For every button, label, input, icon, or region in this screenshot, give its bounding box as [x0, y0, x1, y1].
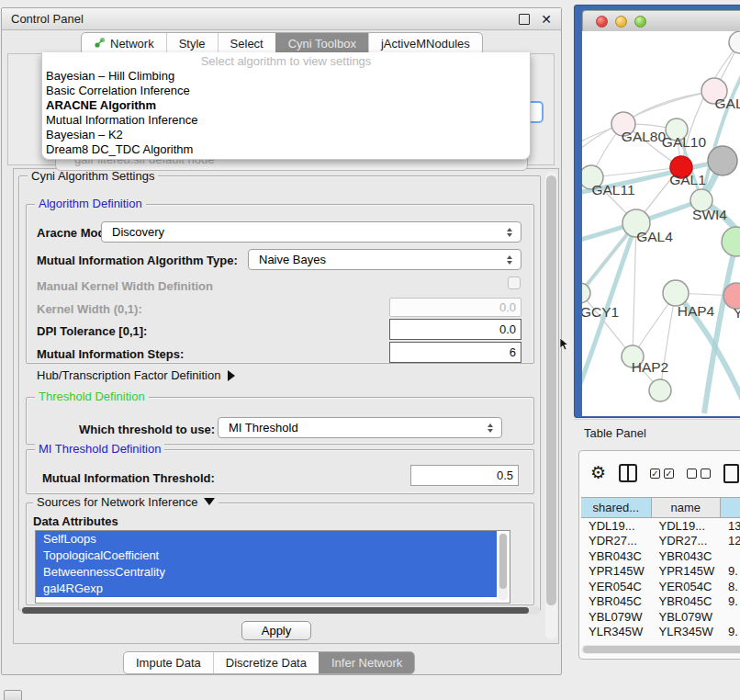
data-attributes-list[interactable]: SelfLoopsTopologicalCoefficientBetweenne…	[35, 530, 510, 604]
mi-threshold-field[interactable]: 0.5	[410, 465, 519, 486]
columns-icon[interactable]	[619, 464, 637, 482]
table-cell: YIL052C	[652, 640, 722, 643]
tab-infer-network[interactable]: Infer Network	[319, 652, 414, 673]
mi-algorithm-type-label: Mutual Information Algorithm Type:	[37, 254, 238, 267]
tab-jactivemnodules[interactable]: jActiveMNodules	[368, 33, 482, 54]
table-cell: YBR045C	[652, 594, 722, 608]
table-row[interactable]: YDL19...YDL19...13	[581, 518, 740, 534]
attribute-item-betweennesscentrality[interactable]: BetweennessCentrality	[36, 564, 497, 581]
table-horizontal-scrollbar[interactable]	[581, 645, 740, 654]
column-header-name[interactable]: name	[652, 497, 722, 518]
table-row[interactable]: YBR043CYBR043C	[581, 548, 740, 564]
algorithm-option-dream8-dc-tdc-algorithm[interactable]: Dream8 DC_TDC Algorithm	[42, 142, 530, 157]
network-node[interactable]	[708, 146, 737, 175]
algorithm-option-aracne-algorithm[interactable]: ARACNE Algorithm	[42, 98, 530, 113]
tab-label: Cyni Toolbox	[288, 37, 356, 51]
network-icon	[94, 37, 106, 51]
settings-horizontal-scrollbar[interactable]	[20, 606, 540, 615]
mi-algorithm-type-combo[interactable]: Naive Bayes	[248, 249, 521, 270]
table-horizontal-scrollbar-thumb[interactable]	[583, 646, 740, 653]
settings-vertical-scrollbar[interactable]	[545, 172, 557, 639]
settings-horizontal-scrollbar-thumb[interactable]	[22, 607, 529, 614]
sources-group-toggle[interactable]: Sources for Network Inference	[33, 496, 219, 509]
hub-section-toggle[interactable]: Hub/Transcription Factor Definition	[37, 368, 235, 382]
attributes-vertical-scrollbar[interactable]	[499, 533, 508, 601]
aracne-mode-combo[interactable]: Discovery	[101, 221, 521, 243]
network-node[interactable]	[722, 227, 740, 256]
column-header-shared[interactable]: shared...	[581, 497, 652, 518]
tab-select[interactable]: Select	[218, 33, 275, 54]
panel-divider	[574, 419, 740, 420]
attribute-item-topologicalcoefficient[interactable]: TopologicalCoefficient	[36, 548, 497, 564]
network-edge[interactable]	[623, 91, 714, 124]
tab-label: jActiveMNodules	[381, 37, 470, 51]
network-edge[interactable]	[660, 293, 676, 390]
network-canvas[interactable]: GALGAL80GAL10GAL1GAL11SWI4GAL4GCY1HAP4YH…	[582, 31, 740, 416]
network-node[interactable]	[729, 31, 740, 53]
table-cell: 9	[721, 640, 740, 643]
network-node-hap4[interactable]	[663, 280, 689, 306]
table-row[interactable]: YER054CYER054C8.	[581, 579, 740, 594]
mouse-cursor	[560, 338, 569, 351]
close-traffic-light-icon[interactable]	[596, 16, 608, 28]
apply-button[interactable]: Apply	[241, 621, 311, 640]
tab-impute-data[interactable]: Impute Data	[124, 652, 213, 673]
zoom-traffic-light-icon[interactable]	[634, 16, 646, 28]
table-row[interactable]: YBL079WYBL079W	[581, 609, 740, 625]
algorithm-option-bayesian-hill-climbing[interactable]: Bayesian – Hill Climbing	[42, 69, 530, 84]
control-panel-title: Control Panel	[11, 12, 84, 26]
tab-cyni-toolbox[interactable]: Cyni Toolbox	[275, 33, 368, 54]
attributes-vertical-scrollbar-thumb[interactable]	[499, 534, 507, 589]
network-edge[interactable]	[704, 242, 736, 413]
dock-corner-icon[interactable]	[4, 690, 22, 700]
table-row[interactable]: YBR045CYBR045C9.	[581, 594, 740, 610]
settings-vertical-scrollbar-thumb[interactable]	[546, 175, 556, 605]
attribute-item-gal4rgexp[interactable]: gal4RGexp	[36, 581, 497, 597]
tab-label: Infer Network	[331, 656, 402, 670]
deselect-all-checks-icon[interactable]	[687, 469, 711, 479]
which-threshold-combo[interactable]: MI Threshold	[218, 417, 502, 438]
attribute-item-selfloops[interactable]: SelfLoops	[36, 531, 497, 548]
network-node-gcy1[interactable]	[582, 283, 590, 303]
network-view-window: GALGAL80GAL10GAL1GAL11SWI4GAL4GCY1HAP4YH…	[574, 5, 740, 418]
table-cell: YER054C	[581, 580, 652, 593]
table-cell: YBL079W	[581, 610, 652, 624]
tab-style[interactable]: Style	[166, 33, 218, 54]
column-header-a[interactable]: A	[721, 497, 740, 518]
which-threshold-value: MI Threshold	[219, 421, 482, 435]
table-cell: 9.	[721, 564, 740, 578]
dpi-tolerance-field[interactable]: 0.0	[389, 319, 521, 340]
float-window-icon[interactable]	[519, 14, 530, 25]
select-all-checks-icon[interactable]: ✓✓	[650, 469, 674, 479]
algorithm-option-bayesian-k2[interactable]: Bayesian – K2	[42, 128, 530, 142]
gear-icon[interactable]: ⚙	[590, 464, 606, 482]
table-cell: YBR043C	[581, 549, 652, 563]
table-row[interactable]: YPR145WYPR145W9.	[581, 564, 740, 580]
table-cell: 12	[721, 534, 740, 548]
table-cell: YLR345W	[652, 625, 722, 638]
mi-steps-field[interactable]: 6	[389, 342, 521, 363]
table-row[interactable]: YDR27...YDR27...12	[581, 534, 740, 549]
table-body: YDL19...YDL19...13YDR27...YDR27...12YBR0…	[581, 518, 740, 643]
export-table-icon[interactable]	[723, 464, 739, 483]
algorithm-dropdown-popup: Select algorithm to view settings Bayesi…	[41, 52, 531, 160]
minimize-traffic-light-icon[interactable]	[615, 16, 627, 28]
table-cell: YDR27...	[652, 534, 722, 548]
table-row[interactable]: YLR345WYLR345W9.	[581, 625, 740, 640]
manual-kernel-width-checkbox[interactable]	[508, 277, 521, 289]
algorithm-option-mutual-information-inference[interactable]: Mutual Information Inference	[42, 113, 530, 128]
network-node[interactable]	[649, 379, 671, 401]
table-header-row: shared...nameA	[581, 497, 740, 518]
tab-network[interactable]: Network	[82, 33, 166, 54]
algorithm-option-basic-correlation-inference[interactable]: Basic Correlation Inference	[42, 84, 530, 98]
tab-discretize-data[interactable]: Discretize Data	[213, 652, 319, 673]
kernel-width-field[interactable]: 0.0	[389, 298, 521, 317]
cyni-mode-tabs: Impute DataDiscretize DataInfer Network	[123, 651, 415, 674]
algorithm-definition-label: Algorithm Definition	[35, 198, 146, 210]
table-row[interactable]: YIL052CYIL052C9	[581, 639, 740, 643]
desktop: { "window": { "title": "Control Panel" }…	[0, 0, 740, 700]
close-icon[interactable]: ✕	[541, 15, 552, 24]
table-cell: YPR145W	[581, 564, 652, 578]
table-cell: YBL079W	[652, 610, 722, 624]
node-label-hap4: HAP4	[678, 303, 715, 319]
